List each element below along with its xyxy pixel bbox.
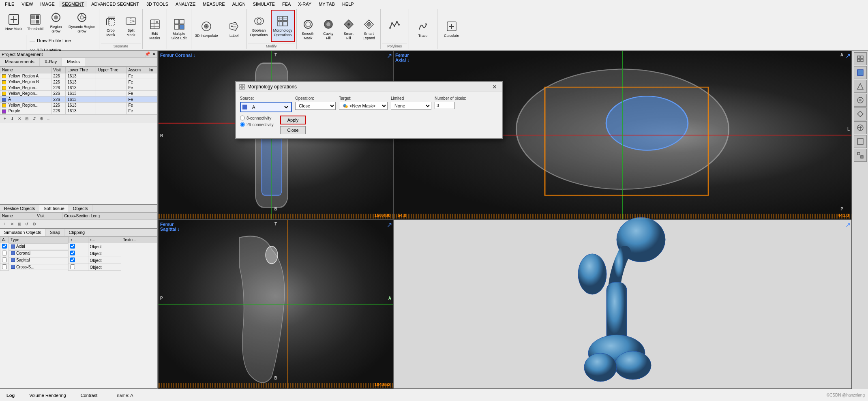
multiple-slice-button[interactable]: MultipleSlice Edit — [169, 10, 189, 48]
menu-advanced-segment[interactable]: ADVANCED SEGMENT — [88, 1, 142, 7]
tab-clipping[interactable]: Clipping — [64, 229, 89, 236]
sagittal-expand-icon[interactable]: ↗ — [387, 221, 392, 229]
26-connectivity-radio[interactable] — [240, 122, 245, 127]
coronal-label[interactable]: Femur Coronal ↓ — [160, 53, 195, 58]
menu-xray[interactable]: X-RAY — [295, 1, 315, 7]
smooth-mask-button[interactable]: SmoothMask — [298, 10, 318, 48]
mask-row[interactable]: Yellow_Region B 226 1613 Fe — [0, 79, 157, 85]
trace-button[interactable]: Trace — [413, 10, 433, 48]
right-btn-5[interactable] — [854, 107, 867, 120]
label-button[interactable]: Label — [224, 10, 244, 48]
group-icon[interactable]: ⊞ — [24, 116, 30, 122]
status-tab-contrast[interactable]: Contrast — [77, 392, 101, 399]
pm-pin-icon[interactable]: 📌 — [145, 51, 150, 57]
menu-align[interactable]: ALIGN — [229, 1, 249, 7]
menu-measure[interactable]: MEASURE — [199, 1, 228, 7]
mask-row[interactable]: Yellow_Region A 226 1613 Fe — [0, 73, 157, 79]
sim-row-v1[interactable] — [69, 264, 88, 271]
limited-select[interactable]: None Region Slice — [391, 102, 431, 110]
reslice-add-icon[interactable]: + — [2, 221, 8, 227]
tab-snap[interactable]: Snap — [46, 229, 65, 236]
mask-row[interactable]: Yellow_Region... 226 1613 Fe — [0, 91, 157, 96]
tab-objects[interactable]: Objects — [69, 205, 92, 212]
right-btn-1[interactable] — [854, 52, 867, 65]
sim-row-check[interactable] — [0, 250, 9, 257]
right-btn-2[interactable] — [854, 66, 867, 79]
menu-simulate[interactable]: SIMULATE — [250, 1, 278, 7]
operation-select[interactable]: Dilate Erode Open Close — [295, 102, 336, 110]
sim-row-check[interactable] — [0, 243, 9, 250]
axial-label[interactable]: FemurAxial ↓ — [395, 53, 409, 62]
pm-close-icon[interactable]: ✕ — [152, 51, 156, 57]
tab-measurements[interactable]: Measurements — [0, 58, 40, 66]
8-connectivity-radio[interactable] — [240, 116, 245, 120]
reslice-config-icon[interactable]: ⚙ — [31, 221, 37, 227]
sim-row-check[interactable] — [0, 257, 9, 264]
split-mask-button[interactable]: SplitMask — [121, 10, 141, 42]
tab-soft-tissue[interactable]: Soft tissue — [39, 205, 69, 212]
right-btn-6[interactable] — [854, 121, 867, 134]
target-select[interactable]: 🎭 <New Mask> — [339, 102, 388, 110]
menu-segment[interactable]: SEGMENT — [59, 1, 87, 7]
menu-help[interactable]: HELP — [339, 1, 357, 7]
mask-row[interactable]: Yellow_Region... 226 1613 Fe — [0, 102, 157, 108]
apply-button[interactable]: Apply — [280, 116, 306, 124]
menu-analyze[interactable]: ANALYZE — [172, 1, 199, 7]
smart-fill-button[interactable]: SmartFill — [339, 10, 358, 48]
crop-mask-button[interactable]: CropMask — [101, 10, 120, 42]
menu-mytab[interactable]: MY TAB — [315, 1, 338, 7]
3d-expand-icon[interactable]: ↗ — [845, 221, 851, 229]
mask-row[interactable]: Purple 226 1613 Fe — [0, 108, 157, 114]
dialog-close-btn[interactable]: Close — [280, 126, 306, 134]
menu-file[interactable]: FILE — [2, 1, 17, 7]
region-grow-button[interactable]: RegionGrow — [46, 10, 66, 35]
right-btn-7[interactable] — [854, 135, 867, 148]
tab-xray[interactable]: X-Ray — [40, 58, 62, 66]
morphology-operations-button[interactable]: MorphologyOperations — [271, 10, 295, 42]
mask-row[interactable]: Yellow_Region... 226 1613 Fe — [0, 85, 157, 90]
delete-icon[interactable]: ✕ — [16, 116, 23, 122]
source-select[interactable]: A — [249, 103, 289, 111]
ellipsis-icon[interactable]: … — [45, 116, 52, 122]
pixels-input[interactable] — [435, 102, 455, 109]
draw-profile-button[interactable]: — Draw Profile Line — [28, 36, 73, 45]
mask-row[interactable]: A 226 1613 Fe — [0, 96, 157, 102]
status-tab-log[interactable]: Log — [3, 392, 18, 399]
sim-row-v1[interactable] — [69, 243, 88, 250]
menu-image[interactable]: IMAGE — [37, 1, 58, 7]
tab-reslice[interactable]: Reslice Objects — [0, 205, 39, 212]
calculate-button[interactable]: Calculate — [442, 10, 461, 48]
right-btn-4[interactable] — [854, 94, 867, 107]
reslice-delete-icon[interactable]: ✕ — [9, 221, 15, 227]
sim-row-v1[interactable] — [69, 257, 88, 264]
sagittal-label[interactable]: FemurSagittal ↓ — [160, 222, 180, 232]
edit-masks-button[interactable]: EditMasks — [145, 10, 165, 48]
new-mask-button[interactable]: New Mask — [3, 10, 24, 35]
menu-fea[interactable]: FEA — [279, 1, 294, 7]
polylines-button[interactable] — [385, 10, 404, 42]
tab-simulation[interactable]: Simulation Objects — [0, 229, 46, 236]
refresh-icon[interactable]: ↺ — [31, 116, 37, 122]
dynamic-region-button[interactable]: Dynamic RegionGrow — [66, 10, 97, 35]
right-btn-3[interactable] — [854, 80, 867, 93]
right-btn-8[interactable] — [854, 149, 867, 162]
menu-view[interactable]: VIEW — [18, 1, 36, 7]
sim-row-v1[interactable] — [69, 250, 88, 257]
dialog-close-button[interactable]: ✕ — [491, 84, 499, 90]
threshold-button[interactable]: Threshold — [25, 10, 45, 35]
boolean-operations-button[interactable]: BooleanOperations — [248, 10, 270, 42]
3d-interpolate-button[interactable]: 3D Interpolate — [193, 10, 220, 48]
smart-expand-button[interactable]: SmartExpand — [359, 10, 379, 48]
settings-icon[interactable]: ⚙ — [38, 116, 45, 122]
reslice-settings-icon[interactable]: ⊞ — [16, 221, 23, 227]
tab-masks[interactable]: Masks — [62, 58, 85, 66]
axial-expand-icon[interactable]: ↗ — [845, 52, 851, 60]
menu-3d-tools[interactable]: 3D TOOLS — [143, 1, 171, 7]
cavity-fill-button[interactable]: CavityFill — [319, 10, 338, 48]
sim-row-check[interactable] — [0, 264, 9, 271]
download-icon[interactable]: ⬇ — [9, 116, 15, 122]
status-tab-volume[interactable]: Volume Rendering — [26, 392, 69, 399]
add-icon[interactable]: + — [2, 116, 8, 122]
reslice-refresh-icon[interactable]: ↺ — [24, 221, 30, 227]
coronal-expand-icon[interactable]: ↗ — [387, 52, 392, 60]
